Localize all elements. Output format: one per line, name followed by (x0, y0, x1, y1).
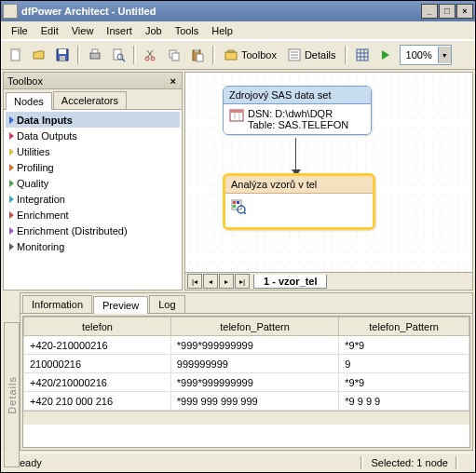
chevron-right-icon (9, 243, 14, 250)
canvas[interactable]: Zdrojový SAS data set DSN: D:\dwh\DQR Ta… (185, 73, 472, 272)
svg-rect-36 (233, 205, 236, 208)
cell: 9 (339, 355, 469, 373)
tree-item-label: Profiling (17, 162, 54, 173)
nav-next-icon[interactable]: ▸ (219, 274, 234, 289)
table-row[interactable]: +420-210000216*999*999999999*9*9 (24, 336, 469, 355)
cell: *999*999999999 (170, 373, 338, 392)
toolbox-panel: Toolbox × Nodes Accelerators Data Inputs… (3, 72, 183, 291)
table-row[interactable]: +420/210000216*999*999999999*9*9 (24, 373, 469, 392)
canvas-tab[interactable]: 1 - vzor_tel (253, 275, 327, 289)
tree-item[interactable]: Enrichment (6, 207, 180, 223)
cell: *999*999999999 (170, 336, 338, 355)
cell: 999999999 (170, 355, 338, 373)
table-icon (229, 108, 244, 123)
svg-line-38 (244, 212, 246, 214)
chevron-right-icon (9, 211, 14, 219)
app-icon (3, 4, 18, 19)
chevron-right-icon (9, 116, 14, 124)
cell: *9*9 (339, 373, 469, 392)
node-text: DSN: D:\dwh\DQR (248, 108, 348, 119)
details-button[interactable]: Details (282, 44, 341, 66)
tab-log[interactable]: Log (149, 295, 184, 313)
svg-rect-24 (357, 49, 368, 61)
tree-item[interactable]: Enrichment (Distributed) (6, 223, 180, 238)
titlebar: dfPower Architect - Untitled _ □ × (1, 1, 475, 21)
column-header[interactable]: telefon (24, 318, 171, 336)
maximize-button[interactable]: □ (439, 4, 456, 19)
statusbar: Ready Selected: 1 node (1, 453, 475, 472)
tree-item[interactable]: Quality (6, 175, 180, 191)
menu-file[interactable]: File (5, 23, 34, 38)
nav-first-icon[interactable]: |◂ (187, 274, 202, 289)
minimize-button[interactable]: _ (421, 4, 438, 19)
tree-item-label: Quality (17, 178, 48, 189)
chevron-down-icon[interactable]: ▼ (438, 47, 451, 63)
toolbox-icon (224, 47, 238, 62)
nav-prev-icon[interactable]: ◂ (203, 274, 218, 289)
tab-accelerators[interactable]: Accelerators (53, 91, 127, 109)
menu-edit[interactable]: Edit (34, 23, 65, 38)
svg-rect-5 (92, 49, 98, 53)
node-target[interactable]: Analýza vzorů v tel (223, 173, 375, 230)
table-row[interactable]: 2100002169999999999 (24, 355, 469, 373)
cell: +420/210000216 (24, 373, 171, 392)
details-panel: Information Preview Log telefontelefon_P… (20, 292, 473, 451)
new-icon[interactable] (5, 44, 27, 66)
close-icon[interactable]: × (169, 75, 178, 87)
app-window: dfPower Architect - Untitled _ □ × File … (0, 0, 476, 473)
details-icon (287, 47, 302, 62)
print-icon[interactable] (84, 44, 106, 66)
close-button[interactable]: × (456, 4, 473, 19)
menu-tools[interactable]: Tools (169, 23, 206, 38)
svg-rect-2 (59, 49, 66, 54)
zoom-combo[interactable]: 100% ▼ (400, 45, 452, 65)
svg-rect-34 (233, 201, 236, 204)
preview-icon[interactable] (107, 44, 129, 66)
grid-icon[interactable] (351, 44, 374, 66)
tree-item-label: Enrichment (Distributed) (17, 225, 128, 236)
paste-icon[interactable] (186, 44, 209, 66)
connector (295, 138, 296, 171)
tab-information[interactable]: Information (22, 295, 92, 313)
toolbox-button[interactable]: Toolbox (219, 44, 281, 66)
column-header[interactable]: telefon_Pattern (339, 318, 469, 336)
column-header[interactable]: telefon_Pattern (170, 318, 338, 336)
status-selection: Selected: 1 node (363, 457, 456, 468)
tab-nodes[interactable]: Nodes (6, 92, 52, 110)
nav-last-icon[interactable]: ▸| (235, 274, 250, 289)
cut-icon[interactable] (140, 44, 162, 66)
tab-preview[interactable]: Preview (93, 296, 148, 314)
tree-item[interactable]: Utilities (6, 143, 180, 159)
menu-help[interactable]: Help (205, 23, 239, 38)
menubar: File Edit View Insert Job Tools Help (1, 21, 475, 40)
menu-view[interactable]: View (65, 23, 101, 38)
details-sidebar[interactable]: Details (4, 322, 20, 467)
tree-item[interactable]: Data Outputs (6, 128, 180, 143)
svg-rect-16 (195, 49, 198, 52)
node-source[interactable]: Zdrojový SAS data set DSN: D:\dwh\DQR Ta… (223, 86, 372, 135)
scrollbar[interactable] (23, 411, 469, 425)
chevron-right-icon (9, 148, 14, 155)
cell: 210000216 (24, 355, 171, 373)
svg-rect-4 (90, 53, 100, 59)
chevron-right-icon (9, 164, 14, 171)
svg-line-8 (122, 59, 125, 61)
tree-item[interactable]: Data Inputs (6, 112, 180, 128)
chevron-right-icon (9, 227, 14, 235)
open-icon[interactable] (28, 44, 50, 66)
tree-item[interactable]: Profiling (6, 159, 180, 175)
menu-insert[interactable]: Insert (100, 23, 139, 38)
tree-item[interactable]: Integration (6, 191, 180, 207)
copy-icon[interactable] (163, 44, 185, 66)
zoom-value: 100% (401, 49, 438, 61)
node-title: Analýza vzorů v tel (225, 176, 373, 194)
table-row[interactable]: +420 210 000 216*999 999 999 999*9 9 9 9 (24, 392, 469, 411)
cell: +420-210000216 (24, 336, 171, 355)
node-text: Table: SAS.TELEFON (248, 119, 348, 130)
status-text: Ready (5, 457, 360, 468)
run-icon[interactable] (374, 44, 397, 66)
save-icon[interactable] (51, 44, 74, 66)
svg-rect-17 (197, 54, 203, 61)
menu-job[interactable]: Job (139, 23, 169, 38)
tree-item[interactable]: Monitoring (6, 238, 180, 254)
